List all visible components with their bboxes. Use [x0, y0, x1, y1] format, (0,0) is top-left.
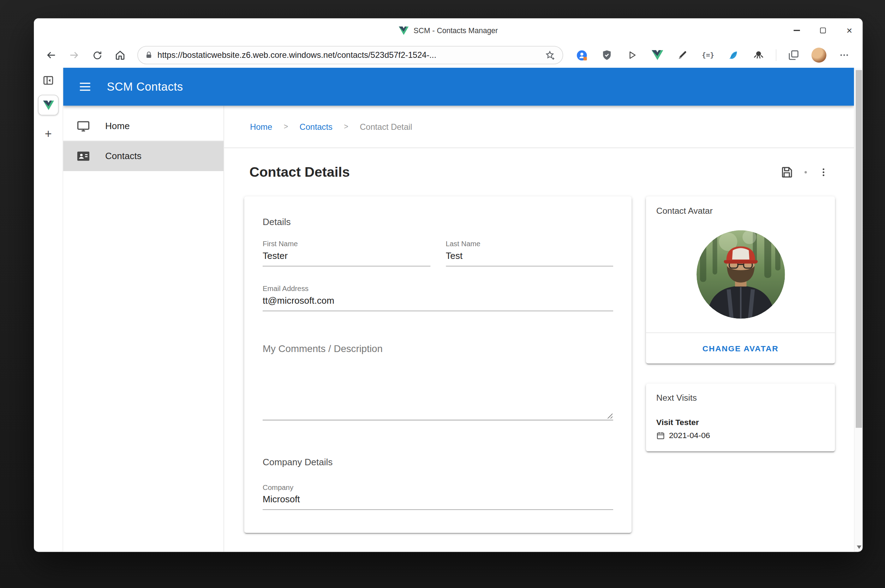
sidebar-item-label: Contacts	[105, 151, 141, 161]
feather-extension-icon[interactable]	[724, 46, 742, 64]
play-extension-icon[interactable]	[623, 46, 641, 64]
contact-details-card: Details First Name Last Name	[244, 196, 632, 533]
last-name-field: Last Name	[446, 240, 613, 266]
new-tab-button[interactable]: +	[45, 128, 52, 140]
company-field: Company	[263, 484, 613, 510]
minimize-icon	[793, 30, 799, 31]
window-titlebar: SCM - Contacts Manager ×	[34, 18, 862, 42]
save-contact-button[interactable]	[781, 166, 793, 178]
feather-glyph	[728, 50, 739, 60]
breadcrumb-current: Contact Detail	[360, 122, 412, 131]
sidebar-item-home[interactable]: Home	[63, 111, 223, 141]
scrollbar-down-arrow-icon[interactable]	[856, 546, 861, 549]
address-bar[interactable]	[137, 46, 563, 64]
refresh-icon	[92, 50, 103, 61]
comments-textarea[interactable]	[263, 360, 613, 420]
change-avatar-button[interactable]: CHANGE AVATAR	[703, 344, 779, 353]
page-title: Contact Details	[250, 164, 781, 181]
window-title: SCM - Contacts Manager	[414, 26, 498, 34]
email-field: Email Address	[263, 285, 613, 311]
last-name-input[interactable]	[446, 248, 613, 266]
comments-label: My Comments / Description	[263, 343, 613, 355]
right-column: Contact Avatar	[646, 196, 835, 452]
home-button[interactable]	[110, 45, 130, 65]
visit-date-row: 2021-04-06	[656, 430, 825, 440]
minimize-button[interactable]	[783, 18, 810, 42]
close-button[interactable]: ×	[836, 18, 863, 42]
calendar-icon	[656, 431, 665, 440]
contact-avatar-image	[696, 230, 785, 319]
window-controls: ×	[783, 18, 863, 42]
company-input[interactable]	[263, 492, 613, 510]
next-visits-card: Next Visits Visit Tester 2021-04-06	[646, 383, 835, 451]
contacts-badge-icon	[77, 149, 90, 163]
sidebar-item-contacts[interactable]: Contacts	[63, 141, 223, 171]
first-name-field: First Name	[263, 240, 430, 266]
shield-glyph	[601, 50, 613, 61]
forward-button[interactable]	[64, 45, 84, 65]
hamburger-menu-icon[interactable]	[78, 80, 92, 93]
forward-icon	[68, 50, 80, 61]
titlebar-center: SCM - Contacts Manager	[34, 18, 862, 42]
favorite-star-icon[interactable]	[545, 50, 555, 61]
breadcrumb-contacts[interactable]: Contacts	[300, 122, 333, 131]
page-header: Contact Details	[224, 148, 854, 192]
vue-devtools-extension-icon[interactable]	[648, 46, 667, 64]
browser-profile-button[interactable]	[810, 46, 828, 64]
active-tab[interactable]	[38, 95, 59, 116]
vue-logo-glyph	[652, 50, 663, 60]
shield-extension-icon[interactable]	[598, 46, 616, 64]
url-input[interactable]	[157, 51, 540, 60]
json-formatter-extension-icon[interactable]: {=}	[699, 46, 717, 64]
details-section-label: Details	[263, 217, 613, 227]
visit-title[interactable]: Visit Tester	[656, 417, 825, 426]
octopus-extension-icon[interactable]	[750, 46, 768, 64]
chevron-right-icon: >	[344, 122, 348, 131]
app-sidebar: Home Contacts	[63, 106, 224, 552]
vertical-tabs-panel-button[interactable]	[42, 75, 54, 86]
collections-icon	[788, 50, 799, 61]
email-input[interactable]	[263, 293, 613, 311]
content-grid: Details First Name Last Name	[224, 192, 854, 533]
toolbar-divider	[776, 50, 777, 61]
breadcrumb: Home > Contacts > Contact Detail	[224, 106, 854, 148]
page-scrollbar[interactable]	[854, 68, 862, 552]
pen-extension-icon[interactable]	[674, 46, 692, 64]
app-bar: SCM Contacts	[63, 68, 854, 105]
vue-tab-favicon-icon	[43, 100, 54, 110]
maximize-button[interactable]	[810, 18, 836, 42]
breadcrumb-home[interactable]: Home	[250, 122, 272, 131]
refresh-button[interactable]	[87, 45, 107, 65]
scrollbar-thumb[interactable]	[856, 70, 862, 428]
content-area: Home > Contacts > Contact Detail Contact…	[224, 106, 854, 552]
close-icon: ×	[846, 26, 852, 35]
monitor-icon	[77, 119, 90, 133]
profile-avatar	[811, 48, 826, 62]
pen-glyph	[677, 50, 688, 60]
vue-favicon-icon	[399, 26, 408, 34]
back-button[interactable]	[41, 45, 61, 65]
contact-avatar-card: Contact Avatar	[646, 196, 835, 364]
play-glyph	[627, 50, 637, 60]
chevron-right-icon: >	[284, 122, 288, 131]
account-circle-extension-icon[interactable]	[572, 46, 591, 64]
comments-field	[263, 360, 613, 423]
company-section-label: Company Details	[263, 457, 613, 467]
more-horizontal-icon	[839, 50, 849, 60]
collections-button[interactable]	[784, 46, 803, 64]
browser-menu-button[interactable]	[835, 46, 853, 64]
visits-card-title: Next Visits	[656, 393, 825, 402]
page-more-menu-button[interactable]	[818, 167, 829, 177]
visit-date: 2021-04-06	[669, 430, 710, 440]
vertical-tabs-strip: +	[34, 68, 63, 552]
browser-window: SCM - Contacts Manager ×	[34, 18, 862, 552]
octopus-glyph	[753, 50, 765, 61]
first-name-label: First Name	[263, 240, 430, 248]
first-name-input[interactable]	[263, 248, 430, 266]
braces-glyph: {=}	[702, 51, 714, 59]
company-label: Company	[263, 484, 613, 492]
sidebar-item-label: Home	[105, 121, 129, 131]
avatar-card-title: Contact Avatar	[646, 206, 835, 216]
app-title: SCM Contacts	[107, 80, 183, 93]
desktop: SCM - Contacts Manager ×	[0, 0, 885, 588]
